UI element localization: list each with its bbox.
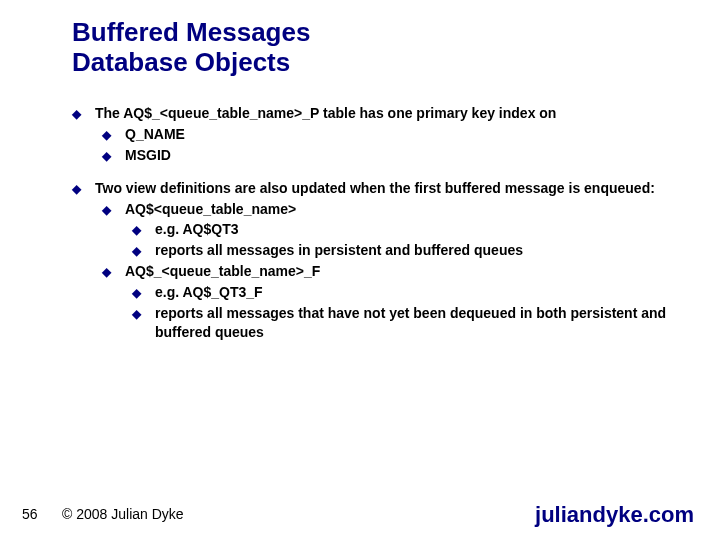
bullet-level3: ◆ e.g. AQ$_QT3_F	[72, 283, 672, 302]
diamond-icon: ◆	[132, 285, 141, 301]
copyright: © 2008 Julian Dyke	[62, 506, 184, 522]
bullet-text: Q_NAME	[125, 125, 672, 144]
bullet-level2: ◆ Q_NAME	[72, 125, 672, 144]
diamond-icon: ◆	[132, 222, 141, 238]
bullet-level2: ◆ MSGID	[72, 146, 672, 165]
diamond-icon: ◆	[102, 202, 111, 218]
diamond-icon: ◆	[132, 306, 141, 322]
bullet-text: The AQ$_<queue_table_name>_P table has o…	[95, 104, 672, 123]
bullet-level3: ◆ reports all messages that have not yet…	[72, 304, 672, 342]
bullet-level1: ◆ Two view definitions are also updated …	[72, 179, 672, 198]
slide: Buffered Messages Database Objects ◆ The…	[0, 0, 720, 540]
bullet-level3: ◆ reports all messages in persistent and…	[72, 241, 672, 260]
bullet-level2: ◆ AQ$<queue_table_name>	[72, 200, 672, 219]
diamond-icon: ◆	[102, 148, 111, 164]
bullet-level1: ◆ The AQ$_<queue_table_name>_P table has…	[72, 104, 672, 123]
text-segment: The	[95, 105, 120, 121]
bullet-text: AQ$_<queue_table_name>_F	[125, 262, 672, 281]
title-line-2: Database Objects	[72, 47, 290, 77]
slide-number: 56	[22, 506, 38, 522]
bullet-level2: ◆ AQ$_<queue_table_name>_F	[72, 262, 672, 281]
bullet-level3: ◆ e.g. AQ$QT3	[72, 220, 672, 239]
code-segment: AQ$QT3	[179, 221, 238, 237]
diamond-icon: ◆	[72, 106, 81, 122]
slide-title: Buffered Messages Database Objects	[72, 18, 310, 78]
title-line-1: Buffered Messages	[72, 17, 310, 47]
bullet-text: reports all messages in persistent and b…	[155, 241, 672, 260]
bullet-text: AQ$<queue_table_name>	[125, 200, 672, 219]
diamond-icon: ◆	[132, 243, 141, 259]
text-segment: e.g.	[155, 284, 179, 300]
bullet-text: e.g. AQ$_QT3_F	[155, 283, 672, 302]
code-segment: AQ$_QT3_F	[179, 284, 263, 300]
diamond-icon: ◆	[102, 264, 111, 280]
bullet-text: Two view definitions are also updated wh…	[95, 179, 672, 198]
diamond-icon: ◆	[72, 181, 81, 197]
slide-content: ◆ The AQ$_<queue_table_name>_P table has…	[72, 104, 672, 344]
bullet-text: e.g. AQ$QT3	[155, 220, 672, 239]
bullet-text: MSGID	[125, 146, 672, 165]
bullet-text: reports all messages that have not yet b…	[155, 304, 672, 342]
text-segment: table has one primary key index on	[323, 105, 556, 121]
footer-brand: juliandyke.com	[535, 502, 694, 528]
code-segment: AQ$_<queue_table_name>_P	[120, 105, 323, 121]
text-segment: e.g.	[155, 221, 179, 237]
diamond-icon: ◆	[102, 127, 111, 143]
